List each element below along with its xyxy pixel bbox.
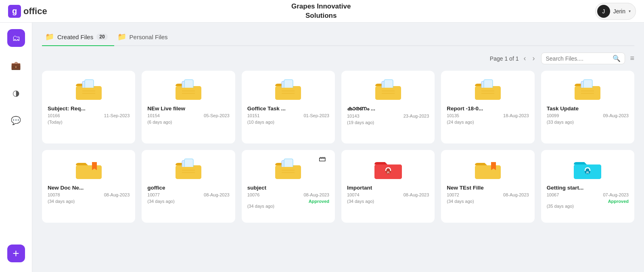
file-time: (10 days ago)	[247, 120, 274, 124]
header: g office Grapes Innovative Solutions J J…	[0, 0, 644, 23]
file-card[interactable]: കാരണം ... 10143 23-Aug-2023 (19 days ago…	[341, 71, 435, 143]
file-number: 10074	[347, 192, 360, 197]
file-card[interactable]: NEw Live filew 10154 05-Sep-2023 (6 days…	[142, 71, 235, 143]
file-number: 10067	[547, 192, 559, 197]
folder-icon-wrap	[547, 77, 629, 101]
file-date: 01-Sep-2023	[303, 113, 329, 118]
svg-rect-56	[275, 167, 301, 179]
page-info-text: Page 1 of 1	[490, 55, 519, 62]
file-date: 08-Aug-2023	[503, 192, 529, 197]
folder-icon-wrap	[147, 156, 229, 181]
file-badge: 🗃	[319, 155, 326, 163]
file-number: 10076	[247, 192, 260, 197]
file-date: 11-Sep-2023	[104, 113, 130, 118]
file-number: 10077	[147, 192, 160, 197]
created-files-badge: 20	[96, 34, 107, 40]
folder-icon-wrap	[347, 77, 429, 101]
file-card[interactable]: New Doc Ne... 10078 08-Aug-2023 (34 days…	[42, 150, 135, 223]
file-approved: Approved	[547, 199, 629, 204]
header-title: Grapes Innovative Solutions	[291, 2, 351, 20]
file-card[interactable]: Important 10074 08-Aug-2023 (34 days ago…	[341, 150, 435, 223]
tab-personal-label: Personal Files	[130, 34, 168, 40]
main-content: 📁 Created Files 20 📁 Personal Files Page…	[32, 23, 644, 272]
file-title: Important	[347, 185, 372, 191]
logo[interactable]: g office	[8, 5, 47, 18]
file-card[interactable]: New TEst Fille 10072 08-Aug-2023 (34 day…	[441, 150, 534, 223]
file-title: NEw Live filew	[147, 105, 185, 112]
file-date: 08-Aug-2023	[104, 192, 130, 197]
chat-icon: 💬	[11, 116, 21, 125]
svg-rect-66	[475, 165, 501, 179]
file-number: 10166	[48, 113, 60, 118]
svg-rect-32	[475, 88, 501, 100]
folder-icon-wrap	[247, 77, 329, 101]
file-meta: 10067 07-Aug-2023	[547, 192, 629, 197]
created-files-icon: 📁	[45, 32, 54, 41]
svg-point-64	[387, 173, 389, 174]
add-button[interactable]: +	[7, 245, 25, 262]
app-name: office	[23, 6, 47, 17]
svg-rect-11	[176, 88, 201, 100]
svg-rect-4	[76, 88, 102, 100]
file-meta: 10074 08-Aug-2023	[347, 192, 429, 197]
file-date: 08-Aug-2023	[303, 192, 329, 197]
file-time: (34 days ago)	[247, 204, 274, 209]
file-time: (6 days ago)	[147, 120, 172, 124]
file-title: Goffice Task ...	[247, 105, 286, 112]
file-card[interactable]: Task Update 10099 09-Aug-2023 (33 days a…	[541, 71, 634, 143]
file-date: 08-Aug-2023	[404, 192, 429, 197]
sidebar-item-chat[interactable]: 💬	[7, 112, 25, 129]
chevron-down-icon: ▾	[629, 9, 631, 13]
file-meta: 10143 23-Aug-2023	[347, 114, 429, 118]
file-card[interactable]: Goffice Task ... 10151 01-Sep-2023 (10 d…	[242, 71, 335, 143]
file-title: Task Update	[547, 105, 579, 112]
prev-page-button[interactable]: ‹	[522, 53, 527, 63]
file-number: 10078	[48, 192, 60, 197]
logo-letter: g	[8, 5, 21, 18]
file-card[interactable]: goffice 10077 08-Aug-2023 (34 days ago)	[142, 150, 235, 223]
user-name: Jerin	[613, 8, 625, 15]
list-view-icon[interactable]: ≡	[630, 54, 634, 63]
toolbar: Page 1 of 1 ‹ › 🔍 ≡	[42, 53, 634, 64]
file-time: (34 days ago)	[48, 199, 75, 204]
file-time: (19 days ago)	[347, 120, 374, 125]
contrast-icon: ◑	[13, 88, 19, 98]
folder-icon-wrap	[447, 77, 529, 101]
search-input[interactable]	[546, 55, 610, 62]
search-box[interactable]: 🔍	[541, 53, 625, 64]
briefcase-icon: 💼	[11, 61, 21, 70]
file-card[interactable]: Getting start... 10067 07-Aug-2023 Appro…	[541, 150, 634, 223]
sidebar-item-contrast[interactable]: ◑	[7, 84, 25, 102]
folder-icon-wrap: 🗃	[247, 156, 329, 181]
file-number: 10154	[147, 113, 160, 118]
file-title: കാരണം ...	[347, 105, 375, 112]
file-meta: 10077 08-Aug-2023	[147, 192, 229, 197]
user-menu[interactable]: J Jerin ▾	[595, 3, 636, 20]
file-date: 23-Aug-2023	[404, 114, 429, 118]
file-number: 10151	[247, 113, 260, 118]
tab-personal-files[interactable]: 📁 Personal Files	[114, 29, 174, 46]
file-meta: 10099 09-Aug-2023	[547, 113, 629, 118]
sidebar-item-briefcase[interactable]: 💼	[7, 57, 25, 74]
tab-created-files[interactable]: 📁 Created Files 20	[42, 29, 114, 46]
file-title: New TEst Fille	[447, 185, 484, 191]
file-card[interactable]: Subject: Req... 10166 11-Sep-2023 (Today…	[42, 71, 135, 143]
file-meta: 10166 11-Sep-2023	[48, 113, 130, 118]
file-approved: Approved	[247, 199, 329, 204]
next-page-button[interactable]: ›	[531, 53, 536, 63]
tabs: 📁 Created Files 20 📁 Personal Files	[42, 29, 634, 46]
file-title: Report -18-0...	[447, 105, 483, 112]
svg-rect-43	[76, 165, 102, 179]
file-title: Subject: Req...	[48, 105, 86, 112]
personal-files-icon: 📁	[117, 32, 126, 41]
file-card[interactable]: 🗃 subject 10076 08-Aug-2023 Approved (34…	[242, 150, 335, 223]
file-time: (34 days ago)	[147, 199, 174, 204]
sidebar-item-files[interactable]: 🗂	[7, 29, 25, 47]
file-meta: 10151 01-Sep-2023	[247, 113, 329, 118]
file-card[interactable]: Report -18-0... 10135 18-Aug-2023 (24 da…	[441, 71, 534, 143]
folder-icon-wrap	[48, 156, 130, 181]
file-time: (24 days ago)	[447, 120, 474, 124]
file-date: 18-Aug-2023	[503, 113, 529, 118]
folder-icon-wrap	[347, 156, 429, 181]
file-date: 09-Aug-2023	[603, 113, 629, 118]
